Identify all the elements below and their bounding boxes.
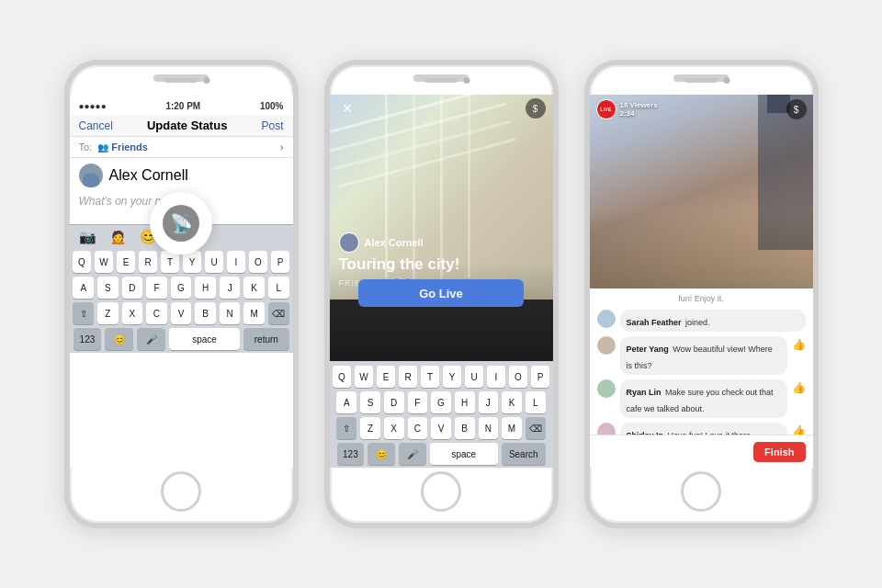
- key-u[interactable]: U: [205, 251, 223, 273]
- p2-key-c[interactable]: C: [408, 417, 428, 439]
- p2-key-123[interactable]: 123: [337, 443, 365, 465]
- key-r[interactable]: R: [139, 251, 157, 273]
- audience-selector[interactable]: 👥 Friends: [97, 141, 148, 153]
- key-delete[interactable]: ⌫: [268, 302, 289, 324]
- camera-icon[interactable]: 📷: [79, 229, 96, 245]
- p2-key-mic[interactable]: 🎤: [399, 443, 426, 465]
- comment-3-name: Ryan Lin: [627, 388, 662, 397]
- key-w[interactable]: W: [95, 251, 113, 273]
- key-a[interactable]: A: [73, 277, 94, 299]
- key-return[interactable]: return: [243, 328, 288, 350]
- p2-key-l[interactable]: L: [526, 391, 546, 413]
- go-live-button[interactable]: Go Live: [358, 279, 524, 307]
- key-s[interactable]: S: [97, 277, 119, 299]
- phone-3: LIVE 18 Viewers 2:34 $ fun! Enjoy it.: [584, 60, 819, 528]
- key-f[interactable]: F: [146, 277, 167, 299]
- key-b[interactable]: B: [195, 302, 216, 324]
- p2-key-k[interactable]: K: [502, 391, 522, 413]
- p2-key-b[interactable]: B: [455, 417, 475, 439]
- phone-3-screen: LIVE 18 Viewers 2:34 $ fun! Enjoy it.: [590, 95, 813, 468]
- p2-key-y[interactable]: Y: [443, 366, 461, 388]
- phone-1-statusbar: ●●●●● 1:20 PM 100%: [70, 95, 293, 115]
- like-icon-3[interactable]: 👍: [792, 381, 806, 394]
- key-j[interactable]: J: [220, 277, 241, 299]
- p2-key-h[interactable]: H: [455, 391, 475, 413]
- p2-key-v[interactable]: V: [431, 417, 451, 439]
- p2-key-e[interactable]: E: [377, 366, 395, 388]
- p2-key-u[interactable]: U: [465, 366, 483, 388]
- friends-icon: 👥: [97, 142, 108, 153]
- phone-3-share-button[interactable]: $: [786, 99, 807, 119]
- comment-3-avatar: [597, 379, 616, 398]
- key-m[interactable]: M: [243, 302, 265, 324]
- cancel-button[interactable]: Cancel: [79, 119, 113, 132]
- p2-key-q[interactable]: Q: [333, 366, 351, 388]
- key-p[interactable]: P: [271, 251, 289, 273]
- like-icon-4[interactable]: 👍: [792, 424, 806, 435]
- comment-1-text: joined.: [685, 318, 710, 327]
- key-mic[interactable]: 🎤: [137, 328, 165, 350]
- p2-key-t[interactable]: T: [421, 366, 439, 388]
- p2-key-x[interactable]: X: [384, 417, 404, 439]
- p2-key-delete[interactable]: ⌫: [526, 417, 546, 439]
- live-badge: LIVE 18 Viewers 2:34: [596, 99, 658, 119]
- key-o[interactable]: O: [249, 251, 267, 273]
- key-shift[interactable]: ⇧: [73, 302, 94, 324]
- phone-1-to-row: To: 👥 Friends ›: [70, 137, 293, 158]
- comment-1-name: Sarah Feather: [627, 318, 682, 327]
- live-timer: 2:34: [620, 109, 658, 118]
- p2-key-o[interactable]: O: [509, 366, 527, 388]
- p2-key-f[interactable]: F: [408, 391, 428, 413]
- live-video-background: [590, 95, 813, 288]
- phone-3-speaker: [684, 78, 718, 83]
- key-e[interactable]: E: [117, 251, 135, 273]
- comment-intro: fun! Enjoy it.: [597, 294, 806, 303]
- p2-key-w[interactable]: W: [355, 366, 373, 388]
- close-button[interactable]: ✕: [337, 98, 357, 119]
- share-button[interactable]: $: [526, 98, 546, 119]
- p2-key-i[interactable]: I: [487, 366, 505, 388]
- phone-1-navbar: Cancel Update Status Post: [70, 115, 293, 137]
- post-button[interactable]: Post: [261, 119, 283, 132]
- comment-2: Peter Yang Wow beautiful view! Where is …: [597, 336, 806, 375]
- key-v[interactable]: V: [171, 302, 192, 324]
- key-space[interactable]: space: [169, 328, 240, 350]
- key-n[interactable]: N: [220, 302, 241, 324]
- p2-key-m[interactable]: M: [502, 417, 522, 439]
- key-123[interactable]: 123: [74, 328, 102, 350]
- go-live-screen: ✕ $ Alex Cornell Touring the city! FRIEN…: [330, 95, 553, 468]
- finish-button[interactable]: Finish: [753, 442, 805, 462]
- key-q[interactable]: Q: [73, 251, 91, 273]
- p2-key-s[interactable]: S: [360, 391, 380, 413]
- p2-key-n[interactable]: N: [479, 417, 499, 439]
- key-c[interactable]: C: [146, 302, 167, 324]
- comment-3-bubble: Ryan Lin Make sure you check out that ca…: [620, 379, 787, 418]
- tag-people-icon[interactable]: 🙍: [109, 229, 127, 245]
- key-i[interactable]: I: [227, 251, 245, 273]
- key-emoji[interactable]: 😊: [105, 328, 133, 350]
- p2-key-p[interactable]: P: [531, 366, 549, 388]
- key-l[interactable]: L: [268, 277, 289, 299]
- p2-key-search[interactable]: Search: [502, 443, 546, 465]
- signal-text: ●●●●●: [79, 101, 107, 111]
- key-h[interactable]: H: [195, 277, 216, 299]
- p2-key-z[interactable]: Z: [360, 417, 380, 439]
- like-icon-2[interactable]: 👍: [792, 338, 806, 351]
- key-d[interactable]: D: [122, 277, 143, 299]
- phone-1: ●●●●● 1:20 PM 100% Cancel Update Status …: [64, 60, 299, 528]
- p2-key-a[interactable]: A: [336, 391, 356, 413]
- p2-key-g[interactable]: G: [431, 391, 451, 413]
- key-x[interactable]: X: [122, 302, 143, 324]
- comment-2-bubble: Peter Yang Wow beautiful view! Where is …: [620, 336, 787, 375]
- p2-key-space[interactable]: space: [430, 443, 498, 465]
- p2-key-shift[interactable]: ⇧: [336, 417, 356, 439]
- key-k[interactable]: K: [243, 277, 265, 299]
- live-broadcast-icon-bubble[interactable]: 📡: [150, 192, 212, 254]
- p2-key-r[interactable]: R: [399, 366, 417, 388]
- key-g[interactable]: G: [171, 277, 192, 299]
- to-label: To:: [79, 141, 93, 153]
- p2-key-d[interactable]: D: [384, 391, 404, 413]
- p2-key-emoji[interactable]: 😊: [368, 443, 395, 465]
- key-z[interactable]: Z: [97, 302, 119, 324]
- p2-key-j[interactable]: J: [479, 391, 499, 413]
